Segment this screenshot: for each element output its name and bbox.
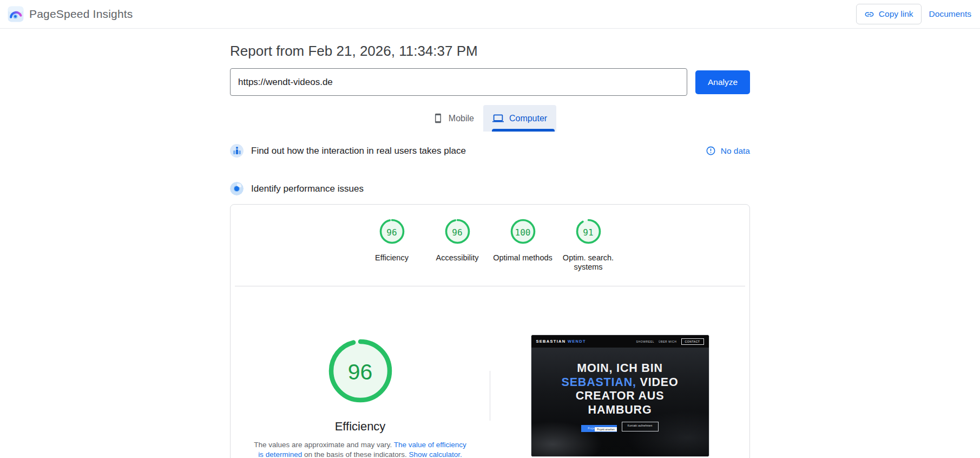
no-data-link[interactable]: No data (721, 146, 750, 156)
smartphone-icon (433, 113, 443, 123)
show-calculator-link[interactable]: Show calculator. (409, 450, 462, 458)
site-nav-about: ÜBER MICH (659, 340, 676, 343)
efficiency-score: 96 (379, 218, 405, 247)
best-practices-score-label: Optimal methods (493, 253, 553, 263)
score-item-efficiency[interactable]: 96 Efficiency (359, 218, 425, 272)
copy-link-label: Copy link (879, 9, 913, 19)
computer-icon (492, 113, 504, 124)
top-bar: PageSpeed Insights Copy link Documents (0, 0, 980, 29)
performance-scan-icon (230, 182, 244, 195)
report-card: 96 Efficiency 96 Accessibility (230, 204, 750, 458)
analyze-button[interactable]: Analyze (695, 70, 750, 94)
pagespeed-logo-icon (8, 6, 24, 22)
documents-link[interactable]: Documents (929, 9, 971, 19)
lab-data-label: Identify performance issues (251, 184, 364, 194)
tab-mobile[interactable]: Mobile (424, 105, 483, 132)
disclaimer-text: The values are approximate and may vary. (254, 441, 393, 449)
performance-score: 96 (327, 337, 394, 407)
tab-computer[interactable]: Computer (483, 105, 556, 132)
field-data-row: Find out how the interaction in real use… (230, 144, 750, 158)
site-navbar: SEBASTIAN WENDT SHOWREEL ÜBER MICH CONTA… (531, 335, 709, 348)
score-item-seo[interactable]: 91 Optim. search. systems (556, 218, 621, 272)
efficiency-gauge: 96 (379, 218, 405, 247)
app-title: PageSpeed Insights (29, 8, 133, 21)
site-hero: MOIN, ICH BIN SEBASTIAN, VIDEO CREATOR A… (531, 348, 709, 457)
best-practices-score: 100 (510, 218, 536, 247)
tab-mobile-label: Mobile (449, 114, 474, 123)
accessibility-score-label: Accessibility (436, 253, 479, 263)
score-disclaimer: The values are approximate and may vary.… (252, 440, 469, 458)
tab-computer-label: Computer (509, 114, 547, 123)
best-practices-gauge: 100 (510, 218, 536, 247)
site-brand: SEBASTIAN WENDT (536, 339, 586, 344)
site-nav-showreel: SHOWREEL (636, 340, 654, 343)
field-data-label: Find out how the interaction in real use… (251, 146, 466, 156)
site-cta-secondary: Kontakt aufnehmen (622, 422, 659, 431)
seo-score: 91 (575, 218, 602, 247)
screenshot-panel: SEBASTIAN WENDT SHOWREEL ÜBER MICH CONTA… (490, 335, 749, 457)
score-item-best-practices[interactable]: 100 Optimal methods (490, 218, 556, 272)
copy-link-button[interactable]: Copy link (856, 4, 922, 24)
accessibility-gauge: 96 (444, 218, 471, 247)
seo-score-label: Optim. search. systems (558, 253, 619, 272)
lab-data-row: Identify performance issues (230, 182, 750, 195)
site-headline: MOIN, ICH BIN SEBASTIAN, VIDEO CREATOR A… (552, 362, 688, 417)
accessibility-score: 96 (444, 218, 471, 247)
disclaimer-text-2: on the basis of these indicators. (302, 450, 409, 458)
efficiency-score-label: Efficiency (375, 253, 409, 263)
site-nav-contact: CONTACT (681, 338, 704, 345)
url-input[interactable] (230, 68, 687, 96)
device-tabs: Mobile Computer (230, 105, 750, 132)
site-cta-tooltip: Projekt ansehen (595, 427, 617, 431)
info-icon (706, 146, 716, 156)
performance-label: Efficiency (335, 420, 386, 434)
real-users-icon (230, 144, 244, 158)
link-icon (864, 9, 874, 19)
seo-gauge: 91 (575, 218, 602, 247)
score-item-accessibility[interactable]: 96 Accessibility (425, 218, 490, 272)
performance-gauge: 96 (327, 337, 394, 407)
site-screenshot: SEBASTIAN WENDT SHOWREEL ÜBER MICH CONTA… (531, 335, 709, 457)
report-title: Report from Feb 21, 2026, 11:34:37 PM (230, 43, 750, 60)
score-summary: 96 Efficiency 96 Accessibility (231, 205, 749, 272)
performance-gauge-panel: 96 Efficiency The values are approximate… (231, 335, 490, 458)
